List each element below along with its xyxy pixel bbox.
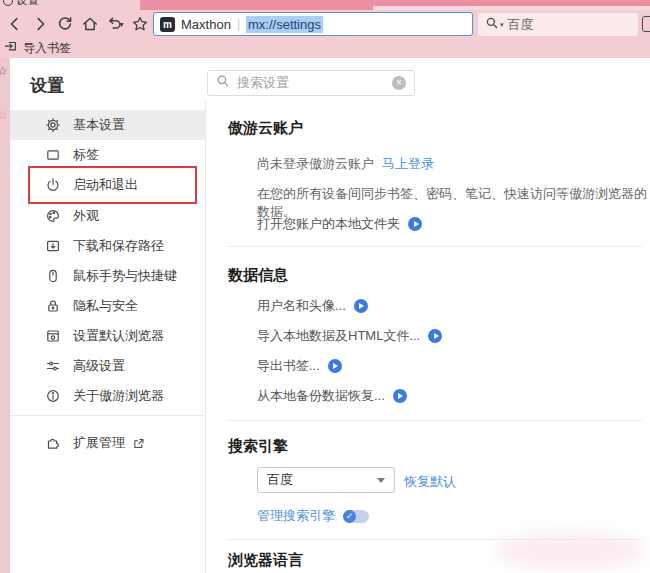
sidebar-item-mouse-gestures[interactable]: 鼠标手势与快捷键	[10, 261, 205, 291]
maxthon-logo-icon: m	[160, 17, 175, 32]
external-link-icon	[132, 437, 145, 450]
manage-toggle[interactable]: ✓	[343, 510, 369, 523]
import-bookmarks-label: 导入书签	[23, 40, 71, 57]
tab-strip-dark-band	[140, 0, 373, 10]
sidebar-item-label: 基本设置	[73, 116, 125, 134]
export-bookmarks-row[interactable]: 导出书签...	[257, 357, 342, 375]
sidebar-divider	[205, 100, 206, 573]
open-arrow-icon[interactable]	[428, 329, 442, 343]
info-icon	[45, 388, 61, 404]
annotation-red-box	[28, 166, 197, 204]
tab-strip-dark-band-right	[373, 0, 650, 6]
search-engine-name: 百度	[508, 16, 534, 34]
bookmarks-bar: 导入书签	[0, 38, 650, 58]
sidebar-item-basic-settings[interactable]: 基本设置	[10, 110, 205, 140]
section-title-data-info: 数据信息	[228, 266, 288, 285]
side-star2-icon[interactable]: ☆	[0, 108, 8, 122]
address-brand: Maxthon	[181, 17, 231, 32]
sidebar-item-label: 隐私与安全	[73, 297, 138, 315]
sidebar-item-extension-manager[interactable]: 扩展管理	[10, 428, 205, 458]
search-engine-selected-value: 百度	[267, 471, 377, 489]
tab-favicon-icon	[3, 0, 13, 6]
watermark-smudge	[495, 532, 645, 570]
sidebar-item-label: 关于傲游浏览器	[73, 387, 164, 405]
search-engine-select[interactable]: 百度	[257, 467, 395, 493]
star-icon	[131, 15, 149, 33]
undo-button[interactable]: ▾	[102, 12, 127, 36]
sidebar-item-label: 高级设置	[73, 357, 125, 375]
settings-search-placeholder: 搜索设置	[237, 74, 392, 92]
account-status-row: 尚未登录傲游云账户 马上登录	[257, 155, 434, 173]
sidebar-item-label: 鼠标手势与快捷键	[73, 267, 177, 285]
settings-search-box[interactable]: 搜索设置 ×	[207, 70, 415, 96]
puzzle-icon	[45, 435, 61, 451]
tab-title: 设置	[16, 0, 40, 8]
import-bookmarks-button[interactable]: 导入书签	[4, 39, 71, 57]
sidebar-item-privacy-security[interactable]: 隐私与安全	[10, 291, 205, 321]
page-title: 设置	[30, 74, 64, 97]
sidebar-section-divider	[10, 415, 205, 416]
download-folder-icon	[45, 238, 61, 254]
forward-button[interactable]	[27, 12, 52, 36]
manage-search-engines-row[interactable]: 管理搜索引擎 ✓	[257, 507, 369, 525]
check-icon: ✓	[343, 510, 356, 523]
address-bar[interactable]: m Maxthon | mx://settings	[153, 12, 473, 36]
sidebar-item-label: 外观	[73, 207, 99, 225]
home-icon	[81, 15, 99, 33]
open-local-folder-row[interactable]: 打开您账户的本地文件夹	[257, 215, 422, 233]
open-local-folder-label: 打开您账户的本地文件夹	[257, 215, 400, 233]
refresh-icon	[56, 15, 74, 33]
open-arrow-icon[interactable]	[354, 299, 368, 313]
sidebar-item-label: 设置默认浏览器	[73, 327, 164, 345]
palette-icon	[45, 208, 61, 224]
chevron-down-icon	[377, 478, 385, 483]
favorites-button[interactable]	[127, 12, 152, 36]
forward-icon	[31, 15, 49, 33]
import-local-data-row[interactable]: 导入本地数据及HTML文件...	[257, 327, 442, 345]
lock-icon	[45, 298, 61, 314]
address-separator: |	[237, 17, 240, 31]
manage-search-engines-link[interactable]: 管理搜索引擎	[257, 507, 335, 525]
back-icon	[6, 15, 24, 33]
back-button[interactable]	[2, 12, 27, 36]
sidebar-item-advanced-settings[interactable]: 高级设置	[10, 351, 205, 381]
sidebar-item-label: 下载和保存路径	[73, 237, 164, 255]
browser-side-strip: ☆ ☆	[0, 58, 10, 573]
mouse-icon	[45, 268, 61, 284]
refresh-button[interactable]	[52, 12, 77, 36]
search-engine-dropdown-icon[interactable]: ▾	[500, 21, 504, 29]
sidebar-item-about[interactable]: 关于傲游浏览器	[10, 381, 205, 411]
browser-window: 设置 ▾ m Maxthon | mx://settings	[0, 0, 650, 573]
sidebar-item-download-paths[interactable]: 下载和保存路径	[10, 231, 205, 261]
open-arrow-icon[interactable]	[408, 217, 422, 231]
active-tab[interactable]: 设置	[0, 0, 140, 10]
sidebar-item-default-browser[interactable]: 设置默认浏览器	[10, 321, 205, 351]
snap-tool-icon[interactable]	[642, 16, 650, 32]
restore-default-link[interactable]: 恢复默认	[404, 473, 456, 491]
section-divider	[228, 246, 642, 247]
toolbar-search-box[interactable]: ▾ 百度	[478, 13, 638, 36]
sliders-icon	[45, 358, 61, 374]
section-title-browser-language: 浏览器语言	[228, 551, 303, 570]
gear-icon	[45, 117, 61, 133]
open-arrow-icon[interactable]	[328, 359, 342, 373]
url-text-selected[interactable]: mx://settings	[246, 16, 323, 33]
home-button[interactable]	[77, 12, 102, 36]
sidebar-item-appearance[interactable]: 外观	[10, 201, 205, 231]
username-avatar-row[interactable]: 用户名和头像...	[257, 297, 368, 315]
clear-search-icon[interactable]: ×	[392, 76, 406, 90]
section-title-cloud-account: 傲游云账户	[228, 119, 303, 138]
tab-strip: 设置	[0, 0, 650, 10]
side-star-icon[interactable]: ☆	[0, 64, 8, 78]
sidebar-item-label: 标签	[73, 146, 99, 164]
restore-backup-row[interactable]: 从本地备份数据恢复...	[257, 387, 407, 405]
undo-dropdown-icon[interactable]: ▾	[119, 20, 123, 29]
section-divider	[228, 420, 642, 421]
search-icon	[485, 16, 499, 34]
account-status-text: 尚未登录傲游云账户	[257, 155, 374, 173]
nav-buttons: ▾	[2, 10, 152, 38]
open-arrow-icon[interactable]	[393, 389, 407, 403]
browser-window-icon	[45, 328, 61, 344]
import-bookmarks-icon	[4, 39, 18, 57]
login-link[interactable]: 马上登录	[382, 155, 434, 173]
